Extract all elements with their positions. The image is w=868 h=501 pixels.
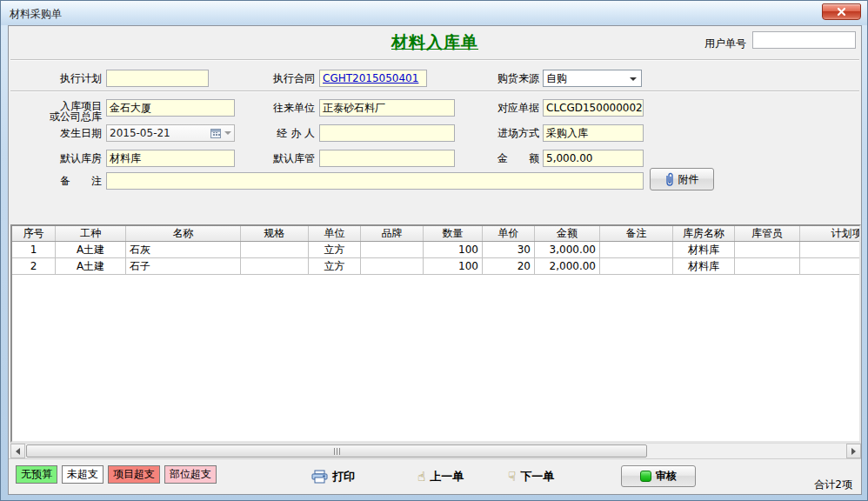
user-no-label: 用户单号 <box>694 35 746 52</box>
amount-label: 金 额 <box>455 150 539 167</box>
table-cell[interactable]: 2 <box>12 258 56 274</box>
arrow-right-icon <box>851 448 856 455</box>
table-cell[interactable] <box>800 242 861 257</box>
next-record-button[interactable]: ☟ 下一单 <box>508 467 554 486</box>
contract-input[interactable]: CGHT2015050401 <box>319 70 427 87</box>
entry-mode-label: 进场方式 <box>455 124 539 142</box>
status-badge: 项目超支 <box>108 465 160 484</box>
contract-link[interactable]: CGHT2015050401 <box>323 72 418 84</box>
grid-header-cell[interactable]: 单位 <box>309 226 361 241</box>
divider <box>10 59 859 61</box>
scroll-left-button[interactable] <box>10 444 25 458</box>
grid-header-cell[interactable]: 计划项目 <box>800 226 861 241</box>
total-count: 合计2项 <box>814 478 852 492</box>
grid-header-cell[interactable]: 库管员 <box>735 226 800 241</box>
scrollbar-thumb[interactable] <box>26 444 647 458</box>
budget-legend: 无预算未超支项目超支部位超支 <box>16 465 217 484</box>
table-cell[interactable]: 2,000.00 <box>535 258 600 274</box>
user-no-input[interactable] <box>752 31 856 49</box>
table-cell[interactable] <box>600 242 673 257</box>
table-cell[interactable]: 3,000.00 <box>535 242 600 257</box>
table-cell[interactable]: 立方 <box>309 242 361 257</box>
table-cell[interactable]: 100 <box>424 242 483 257</box>
dialog-window: 材料采购单 材料入库单 用户单号 执行计划 执行合同 CGHT201505040… <box>0 0 868 501</box>
title-bar[interactable]: 材料采购单 <box>1 1 867 25</box>
table-cell[interactable]: 材料库 <box>673 258 735 274</box>
grid-header-cell[interactable]: 名称 <box>126 226 241 241</box>
table-cell[interactable]: 石灰 <box>126 242 241 257</box>
table-row[interactable]: 2A土建石子立方100202,000.00材料库 <box>12 258 861 275</box>
window-title: 材料采购单 <box>10 7 62 22</box>
keeper-input[interactable] <box>319 150 455 167</box>
table-cell[interactable] <box>361 258 424 274</box>
items-grid[interactable]: 序号工种名称规格单位品牌数量单价金额备注库房名称库管员计划项目 1A土建石灰立方… <box>10 224 861 443</box>
grid-header-cell[interactable]: 库房名称 <box>673 226 735 241</box>
table-cell[interactable]: 20 <box>483 258 535 274</box>
table-cell[interactable]: 材料库 <box>673 242 735 257</box>
grid-header-cell[interactable]: 数量 <box>424 226 483 241</box>
grid-header-cell[interactable]: 金额 <box>535 226 600 241</box>
table-cell[interactable]: 石子 <box>126 258 241 274</box>
table-cell[interactable] <box>600 258 673 274</box>
table-cell[interactable] <box>800 258 861 274</box>
attachment-button[interactable]: 附件 <box>650 168 714 190</box>
plan-label: 执行计划 <box>17 70 102 87</box>
contract-label: 执行合同 <box>230 70 315 87</box>
close-button[interactable] <box>822 3 861 20</box>
source-combobox[interactable]: 自购 <box>543 70 642 87</box>
table-cell[interactable] <box>241 242 309 257</box>
handler-input[interactable] <box>319 124 455 142</box>
status-badge: 部位超支 <box>164 465 217 484</box>
table-cell[interactable]: 100 <box>424 258 483 274</box>
status-bar: 无预算未超支项目超支部位超支 打印 ☝ 上一单 ☟ 下一单 <box>9 458 861 494</box>
ref-doc-label: 对应单据 <box>455 99 539 117</box>
handler-label: 经 办 人 <box>230 124 315 142</box>
horizontal-scrollbar[interactable] <box>10 443 861 458</box>
audit-button[interactable]: 审核 <box>621 465 696 487</box>
ref-doc-input[interactable]: CLCGD150000002 <box>543 99 644 117</box>
plan-input[interactable] <box>106 70 209 87</box>
remark-label: 备 注 <box>17 172 102 190</box>
form-panel: 材料入库单 用户单号 执行计划 执行合同 CGHT2015050401 购货来源… <box>8 25 862 495</box>
table-cell[interactable]: 30 <box>483 242 535 257</box>
entry-mode-input[interactable]: 采购入库 <box>543 124 644 142</box>
grid-header-cell[interactable]: 工种 <box>56 226 126 241</box>
warehouse-input[interactable]: 材料库 <box>106 150 235 167</box>
date-picker[interactable]: 2015-05-21 <box>106 124 235 142</box>
scroll-right-button[interactable] <box>846 444 861 458</box>
date-label: 发生日期 <box>17 124 102 142</box>
audit-green-icon <box>640 471 651 482</box>
table-row[interactable]: 1A土建石灰立方100303,000.00材料库 <box>12 242 861 258</box>
table-cell[interactable]: A土建 <box>56 258 126 274</box>
grid-header-cell[interactable]: 规格 <box>241 226 309 241</box>
source-label: 购货来源 <box>455 70 539 87</box>
project-label: 入库项目或公司总库 <box>17 101 102 122</box>
chevron-down-icon[interactable] <box>630 77 637 81</box>
print-button[interactable]: 打印 <box>311 467 355 486</box>
grid-header-cell[interactable]: 单价 <box>483 226 535 241</box>
paperclip-icon <box>665 172 674 186</box>
calendar-icon[interactable] <box>210 128 221 138</box>
grid-header-row: 序号工种名称规格单位品牌数量单价金额备注库房名称库管员计划项目 <box>12 226 861 242</box>
remark-input[interactable] <box>106 172 644 190</box>
grid-header-cell[interactable]: 序号 <box>12 226 56 241</box>
table-cell[interactable]: 1 <box>12 242 56 257</box>
table-cell[interactable] <box>735 242 800 257</box>
close-icon <box>837 7 846 17</box>
table-cell[interactable] <box>361 242 424 257</box>
status-badge: 无预算 <box>16 465 57 484</box>
grid-header-cell[interactable]: 备注 <box>600 226 673 241</box>
keeper-label: 默认库管 <box>230 150 315 167</box>
hand-down-icon: ☟ <box>508 471 516 484</box>
previous-record-button[interactable]: ☝ 上一单 <box>417 467 464 486</box>
table-cell[interactable]: A土建 <box>56 242 126 257</box>
table-cell[interactable] <box>241 258 309 274</box>
counterpart-input[interactable]: 正泰砂石料厂 <box>319 99 455 117</box>
printer-icon <box>311 470 328 484</box>
table-cell[interactable] <box>735 258 800 274</box>
warehouse-label: 默认库房 <box>17 150 102 167</box>
project-input[interactable]: 金石大厦 <box>106 99 235 117</box>
amount-input[interactable]: 5,000.00 <box>543 150 644 167</box>
table-cell[interactable]: 立方 <box>309 258 361 274</box>
grid-header-cell[interactable]: 品牌 <box>361 226 424 241</box>
